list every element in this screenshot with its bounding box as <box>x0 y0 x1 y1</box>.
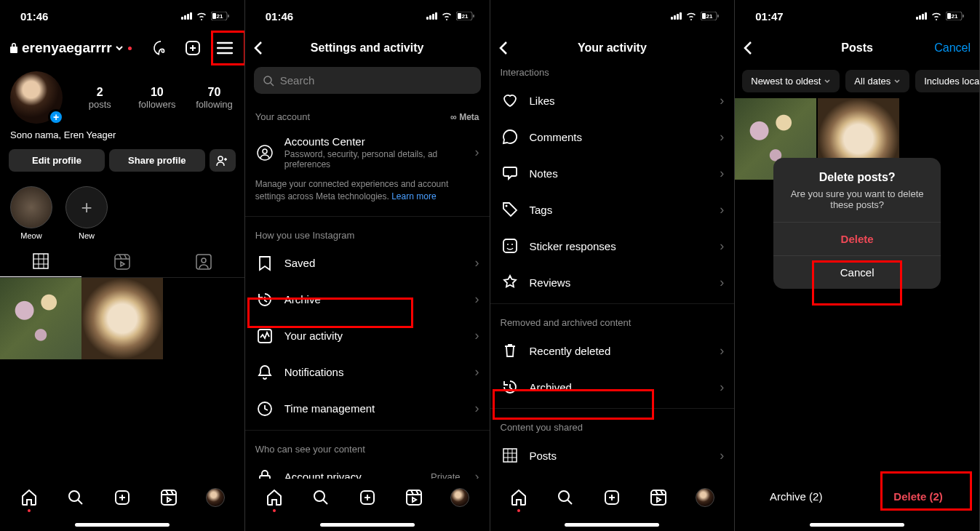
create-nav[interactable] <box>357 487 378 508</box>
notes-row[interactable]: Notes› <box>490 155 735 191</box>
chevron-right-icon: › <box>720 93 724 108</box>
reels-nav[interactable] <box>404 487 424 508</box>
home-nav[interactable] <box>19 487 39 508</box>
svg-text:21: 21 <box>461 13 468 20</box>
home-indicator <box>565 523 659 527</box>
threads-icon[interactable] <box>150 37 172 59</box>
saved-row[interactable]: Saved› <box>245 245 490 282</box>
create-nav[interactable] <box>602 487 622 508</box>
signal-icon <box>916 12 927 20</box>
settings-screen: 01:46 21 Settings and activity Search Yo… <box>245 0 490 531</box>
chevron-right-icon: › <box>720 166 724 181</box>
likes-row[interactable]: Likes› <box>490 82 735 119</box>
svg-point-10 <box>69 491 79 501</box>
cancel-link[interactable]: Cancel <box>934 41 971 55</box>
wifi-icon <box>931 12 942 20</box>
share-profile-button[interactable]: Share profile <box>109 149 205 172</box>
time-mgmt-row[interactable]: Time management› <box>245 391 490 427</box>
svg-rect-12 <box>162 490 176 505</box>
search-nav[interactable] <box>65 487 86 508</box>
section-interactions: Interactions <box>490 64 735 82</box>
svg-text:21: 21 <box>706 13 713 20</box>
create-nav[interactable] <box>112 487 132 508</box>
modal-message: Are you sure you want to delete these po… <box>773 188 941 222</box>
profile-nav[interactable] <box>205 487 226 508</box>
profile-nav[interactable] <box>450 487 470 508</box>
learn-more-link[interactable]: Learn more <box>391 191 436 201</box>
post-thumb-2[interactable] <box>81 278 163 359</box>
username-dropdown[interactable]: erenyaegarrrr <box>9 40 150 56</box>
chevron-down-icon <box>824 78 831 85</box>
chevron-right-icon: › <box>720 275 724 290</box>
signal-icon <box>671 12 682 20</box>
svg-rect-14 <box>458 13 461 19</box>
page-title: Settings and activity <box>245 41 490 55</box>
bell-icon <box>255 363 274 382</box>
comments-row[interactable]: Comments› <box>490 119 735 155</box>
modal-delete-button[interactable]: Delete <box>773 222 941 255</box>
sort-filter[interactable]: Newest to oldest <box>742 70 840 92</box>
search-nav[interactable] <box>555 487 575 508</box>
svg-rect-7 <box>115 255 130 269</box>
posts-stat[interactable]: 2posts <box>80 86 120 110</box>
modal-cancel-button[interactable]: Cancel <box>773 255 941 289</box>
svg-rect-8 <box>196 255 211 269</box>
post-thumb-1[interactable] <box>0 278 81 359</box>
your-activity-row[interactable]: Your activity› <box>245 318 490 354</box>
recently-deleted-row[interactable]: Recently deleted› <box>490 332 735 369</box>
discover-people-button[interactable] <box>210 149 236 172</box>
svg-point-33 <box>507 244 509 245</box>
followers-stat[interactable]: 10followers <box>138 86 178 110</box>
reels-nav[interactable] <box>648 487 669 508</box>
profile-screen: 01:46 21 erenyaegarrrr + 2posts 10follow… <box>0 0 245 531</box>
page-title: Your activity <box>490 41 735 55</box>
status-bar: 21 <box>490 0 735 32</box>
location-filter[interactable]: Includes location <box>915 70 979 92</box>
back-button[interactable] <box>254 41 263 55</box>
stats-row: + 2posts 10followers 70following <box>0 64 244 127</box>
tags-row[interactable]: Tags› <box>490 191 735 228</box>
signal-icon <box>426 12 437 20</box>
following-stat[interactable]: 70following <box>194 86 234 110</box>
delete-modal: Delete posts? Are you sure you want to d… <box>773 158 941 289</box>
section-your-account: Your account ∞ Meta <box>245 101 490 127</box>
nav-header: Posts Cancel <box>735 32 979 64</box>
search-input[interactable]: Search <box>254 67 481 94</box>
reels-tab[interactable] <box>81 246 163 277</box>
content-tabs <box>0 246 244 278</box>
profile-nav[interactable] <box>695 487 715 508</box>
reviews-row[interactable]: Reviews› <box>490 264 735 300</box>
section-removed: Removed and archived content <box>490 307 735 332</box>
username-text: erenyaegarrrr <box>22 40 112 56</box>
home-nav[interactable] <box>264 487 284 508</box>
reels-nav[interactable] <box>159 487 179 508</box>
posts-tab[interactable] <box>0 246 81 277</box>
chevron-right-icon: › <box>720 202 724 217</box>
svg-point-39 <box>559 491 569 501</box>
chevron-right-icon: › <box>720 448 724 463</box>
posts-row[interactable]: Posts› <box>490 437 735 474</box>
clock: 01:46 <box>266 10 293 23</box>
back-button[interactable] <box>499 41 508 55</box>
notifications-row[interactable]: Notifications› <box>245 354 490 391</box>
highlight-new[interactable]: +New <box>65 186 108 240</box>
highlight-meow[interactable]: Meow <box>10 186 52 240</box>
edit-profile-button[interactable]: Edit profile <box>9 149 105 172</box>
svg-rect-32 <box>503 239 517 252</box>
create-icon[interactable] <box>182 37 204 59</box>
home-nav[interactable] <box>509 487 529 508</box>
date-filter[interactable]: All dates <box>845 70 909 92</box>
svg-point-24 <box>314 491 324 501</box>
chevron-right-icon: › <box>720 343 724 359</box>
chevron-right-icon: › <box>475 401 479 416</box>
stickers-row[interactable]: Sticker responses› <box>490 228 735 264</box>
archived-row[interactable]: Archived› <box>490 369 735 405</box>
svg-point-31 <box>505 205 507 207</box>
menu-icon[interactable] <box>214 37 236 59</box>
add-story-badge[interactable]: + <box>48 109 64 125</box>
search-nav[interactable] <box>311 487 331 508</box>
accounts-center-row[interactable]: Accounts CenterPassword, security, perso… <box>245 127 490 178</box>
archive-row[interactable]: Archive› <box>245 282 490 318</box>
tagged-tab[interactable] <box>163 246 244 277</box>
back-button[interactable] <box>744 41 752 55</box>
